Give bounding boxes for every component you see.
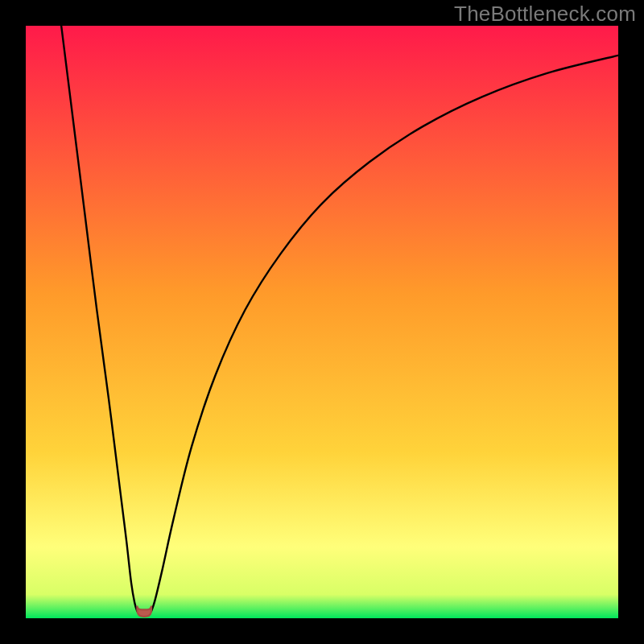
watermark-text: TheBottleneck.com (454, 2, 636, 27)
gradient-chart (26, 26, 618, 618)
gradient-background (26, 26, 618, 618)
plot-area (26, 26, 618, 618)
outer-frame: TheBottleneck.com (0, 0, 644, 644)
